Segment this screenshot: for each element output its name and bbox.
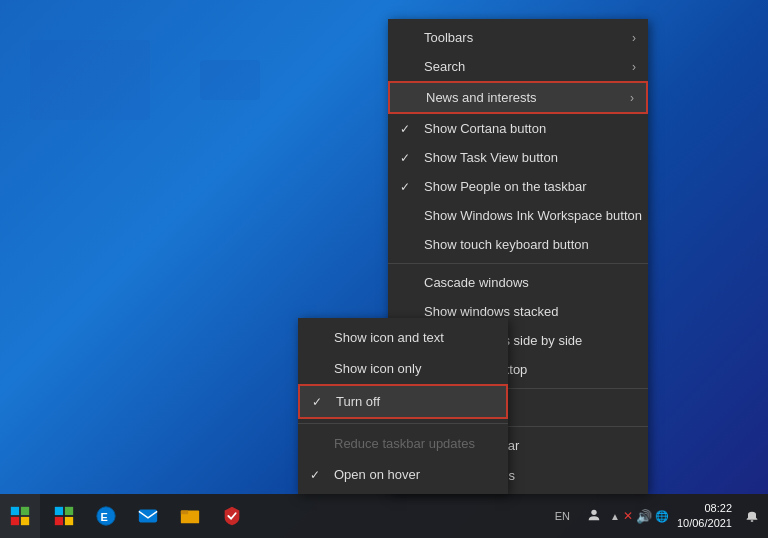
menu-cascade[interactable]: Cascade windows bbox=[388, 268, 648, 297]
clock-date: 10/06/2021 bbox=[677, 516, 732, 531]
menu-turn-off[interactable]: ✓ Turn off bbox=[298, 384, 508, 419]
menu-reduce-updates-label: Reduce taskbar updates bbox=[334, 436, 475, 451]
mail-icon-btn[interactable] bbox=[128, 494, 168, 538]
people-check: ✓ bbox=[400, 180, 410, 194]
taskbar: E bbox=[0, 494, 768, 538]
search-tray-label: EN bbox=[555, 510, 570, 522]
toolbars-arrow-icon: › bbox=[632, 31, 636, 45]
browser-icon-btn[interactable]: E bbox=[86, 494, 126, 538]
menu-show-icon-only-label: Show icon only bbox=[334, 361, 421, 376]
person-icon bbox=[586, 507, 602, 523]
notification-icon bbox=[744, 507, 760, 523]
menu-show-people-label: Show People on the taskbar bbox=[424, 179, 587, 194]
store-icon-btn[interactable] bbox=[44, 494, 84, 538]
clock-time: 08:22 bbox=[704, 501, 732, 516]
cortana-check: ✓ bbox=[400, 122, 410, 136]
svg-rect-4 bbox=[55, 507, 63, 515]
submenu-news-interests: Show icon and text Show icon only ✓ Turn… bbox=[298, 318, 508, 494]
menu-show-icon-only[interactable]: Show icon only bbox=[298, 353, 508, 384]
svg-rect-14 bbox=[751, 520, 754, 521]
menu-show-cortana[interactable]: ✓ Show Cortana button bbox=[388, 114, 648, 143]
svg-rect-3 bbox=[21, 517, 29, 525]
start-button[interactable] bbox=[0, 494, 40, 538]
svg-rect-2 bbox=[11, 517, 19, 525]
search-arrow-icon: › bbox=[632, 60, 636, 74]
svg-rect-7 bbox=[65, 517, 73, 525]
menu-turn-off-label: Turn off bbox=[336, 394, 380, 409]
mail-icon bbox=[137, 505, 159, 527]
search-tray-area[interactable]: EN bbox=[547, 510, 578, 522]
menu-show-icon-text-label: Show icon and text bbox=[334, 330, 444, 345]
speaker-icon[interactable]: 🔊 bbox=[636, 509, 652, 524]
menu-show-people[interactable]: ✓ Show People on the taskbar bbox=[388, 172, 648, 201]
open-hover-check: ✓ bbox=[310, 468, 320, 482]
svg-rect-6 bbox=[55, 517, 63, 525]
person-tray-icon[interactable] bbox=[582, 507, 606, 525]
svg-text:E: E bbox=[101, 511, 108, 523]
desktop: Show icon and text Show icon only ✓ Turn… bbox=[0, 0, 768, 538]
store-icon bbox=[53, 505, 75, 527]
svg-rect-1 bbox=[21, 507, 29, 515]
news-arrow-icon: › bbox=[630, 91, 634, 105]
svg-point-13 bbox=[591, 510, 596, 515]
taskbar-tray: EN ▲ ✕ 🔊 🌐 08:22 bbox=[547, 501, 768, 532]
menu-show-ink-label: Show Windows Ink Workspace button bbox=[424, 208, 642, 223]
menu-search[interactable]: Search › bbox=[388, 52, 648, 81]
defender-icon bbox=[221, 505, 243, 527]
taskbar-icons: E bbox=[40, 494, 252, 538]
defender-btn[interactable] bbox=[212, 494, 252, 538]
menu-cascade-label: Cascade windows bbox=[424, 275, 529, 290]
menu-show-ink[interactable]: Show Windows Ink Workspace button bbox=[388, 201, 648, 230]
file-explorer-btn[interactable] bbox=[170, 494, 210, 538]
main-divider-1 bbox=[388, 263, 648, 264]
edge-icon: E bbox=[95, 505, 117, 527]
svg-rect-10 bbox=[139, 510, 157, 523]
menu-show-taskview-label: Show Task View button bbox=[424, 150, 558, 165]
menu-show-keyboard-label: Show touch keyboard button bbox=[424, 237, 589, 252]
menu-open-hover[interactable]: ✓ Open on hover bbox=[298, 459, 508, 490]
sys-icons: ▲ ✕ 🔊 🌐 bbox=[610, 509, 669, 524]
menu-search-label: Search bbox=[424, 59, 465, 74]
menu-show-icon-text[interactable]: Show icon and text bbox=[298, 322, 508, 353]
svg-rect-5 bbox=[65, 507, 73, 515]
start-icon bbox=[9, 505, 31, 527]
menu-toolbars-label: Toolbars bbox=[424, 30, 473, 45]
tray-arrow-icon[interactable]: ▲ bbox=[610, 511, 620, 522]
notification-btn[interactable] bbox=[740, 507, 764, 525]
menu-toolbars[interactable]: Toolbars › bbox=[388, 23, 648, 52]
menu-news-interests-label: News and interests bbox=[426, 90, 537, 105]
taskbar-time[interactable]: 08:22 10/06/2021 bbox=[677, 501, 732, 532]
network-icon[interactable]: 🌐 bbox=[655, 510, 669, 523]
file-icon bbox=[179, 505, 201, 527]
svg-rect-12 bbox=[181, 511, 188, 515]
submenu-divider-1 bbox=[298, 423, 508, 424]
menu-show-keyboard[interactable]: Show touch keyboard button bbox=[388, 230, 648, 259]
tray-x-icon: ✕ bbox=[623, 509, 633, 523]
menu-show-taskview[interactable]: ✓ Show Task View button bbox=[388, 143, 648, 172]
menu-stacked-label: Show windows stacked bbox=[424, 304, 558, 319]
menu-reduce-updates[interactable]: Reduce taskbar updates bbox=[298, 428, 508, 459]
menu-news-interests[interactable]: News and interests › bbox=[388, 81, 648, 114]
svg-rect-0 bbox=[11, 507, 19, 515]
menu-show-cortana-label: Show Cortana button bbox=[424, 121, 546, 136]
menu-open-hover-label: Open on hover bbox=[334, 467, 420, 482]
turn-off-check: ✓ bbox=[312, 395, 322, 409]
taskview-check: ✓ bbox=[400, 151, 410, 165]
